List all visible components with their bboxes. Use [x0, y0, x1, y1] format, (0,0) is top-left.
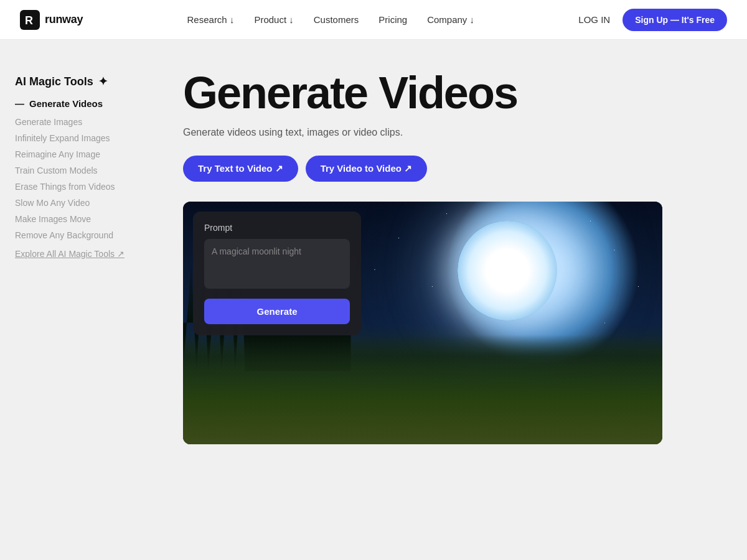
prompt-card: Prompt Generate [193, 212, 361, 335]
try-text-to-video-button[interactable]: Try Text to Video ↗ [183, 156, 298, 182]
logo-icon: R [20, 10, 40, 30]
moon-element [458, 221, 557, 320]
svg-text:R: R [25, 14, 33, 27]
water-shimmer [327, 396, 451, 415]
nav-pricing[interactable]: Pricing [378, 14, 407, 25]
sidebar-item-train-models[interactable]: Train Custom Models [15, 162, 158, 179]
sidebar-item-slow-mo[interactable]: Slow Mo Any Video [15, 195, 158, 211]
nav-product[interactable]: Product ↓ [254, 14, 293, 25]
logo-text: runway [45, 13, 83, 26]
nav-customers[interactable]: Customers [314, 14, 359, 25]
sidebar-item-make-move[interactable]: Make Images Move [15, 211, 158, 227]
login-link[interactable]: LOG IN [578, 14, 610, 25]
sidebar: AI Magic Tools ✦ Generate Videos Generat… [15, 70, 158, 530]
nav-actions: LOG IN Sign Up — It's Free [578, 9, 727, 31]
try-video-to-video-button[interactable]: Try Video to Video ↗ [306, 156, 427, 182]
sidebar-item-expand-images[interactable]: Infinitely Expand Images [15, 130, 158, 146]
prompt-label: Prompt [204, 223, 350, 233]
page-title: Generate Videos [183, 70, 727, 117]
sidebar-item-erase-videos[interactable]: Erase Things from Videos [15, 179, 158, 195]
hero-subtitle: Generate videos using text, images or vi… [183, 127, 727, 138]
nav-links: Research ↓ Product ↓ Customers Pricing C… [187, 14, 475, 25]
sidebar-active-item[interactable]: Generate Videos [15, 98, 158, 109]
sidebar-explore-all[interactable]: Explore All AI Magic Tools ↗ [15, 246, 158, 262]
video-preview: Prompt Generate [183, 202, 662, 444]
signup-button[interactable]: Sign Up — It's Free [622, 9, 727, 31]
prompt-textarea[interactable] [204, 239, 350, 289]
sidebar-title-text: AI Magic Tools [15, 75, 93, 88]
sidebar-item-remove-bg[interactable]: Remove Any Background [15, 227, 158, 243]
navbar: R runway Research ↓ Product ↓ Customers … [0, 0, 747, 40]
logo[interactable]: R runway [20, 10, 83, 30]
sidebar-active-label: Generate Videos [29, 98, 103, 109]
sidebar-item-generate-images[interactable]: Generate Images [15, 114, 158, 130]
sidebar-title: AI Magic Tools ✦ [15, 75, 158, 88]
main-area: Generate Videos Generate videos using te… [158, 70, 747, 530]
hero-buttons: Try Text to Video ↗ Try Video to Video ↗ [183, 156, 727, 182]
nav-company[interactable]: Company ↓ [427, 14, 474, 25]
wand-icon: ✦ [98, 75, 108, 88]
nav-research[interactable]: Research ↓ [187, 14, 235, 25]
sidebar-item-reimagine[interactable]: Reimagine Any Image [15, 146, 158, 162]
page-content: AI Magic Tools ✦ Generate Videos Generat… [0, 40, 747, 560]
generate-button[interactable]: Generate [204, 299, 350, 324]
